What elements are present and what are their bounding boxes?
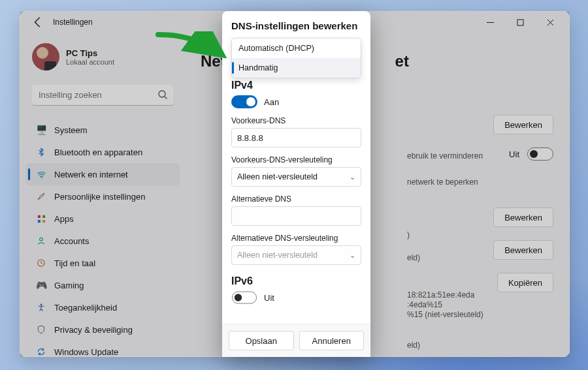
save-button[interactable]: Opslaan: [229, 331, 294, 350]
cancel-button[interactable]: Annuleren: [299, 331, 365, 350]
ipv4-heading: IPv4: [231, 80, 361, 91]
chevron-down-icon: ⌄: [350, 173, 355, 181]
alt-enc-value: Alleen niet-versleuteld: [237, 251, 318, 260]
chevron-down-icon: ⌄: [350, 251, 355, 260]
pref-enc-value: Alleen niet-versleuteld: [237, 172, 318, 181]
pref-enc-label: Voorkeurs-DNS-versleuteling: [231, 155, 361, 164]
dns-mode-dropdown[interactable]: Automatisch (DHCP) Handmatig: [231, 38, 361, 78]
ipv6-toggle[interactable]: [232, 292, 257, 304]
pref-dns-input[interactable]: [231, 128, 361, 147]
dns-edit-dialog: DNS-instellingen bewerken Automatisch (D…: [222, 11, 370, 357]
ipv4-toggle[interactable]: [231, 95, 257, 108]
ipv6-heading: IPv6: [231, 275, 361, 287]
dialog-footer: Opslaan Annuleren: [222, 324, 370, 357]
dropdown-item-auto[interactable]: Automatisch (DHCP): [232, 39, 361, 58]
ipv4-toggle-label: Aan: [264, 97, 279, 107]
alt-enc-label: Alternatieve DNS-versleuteling: [231, 234, 361, 243]
alt-dns-label: Alternatieve DNS: [231, 194, 361, 204]
alt-enc-select[interactable]: Alleen niet-versleuteld ⌄: [231, 245, 361, 265]
alt-dns-input[interactable]: [231, 206, 361, 226]
dropdown-item-manual[interactable]: Handmatig: [232, 58, 361, 78]
ipv6-toggle-label: Uit: [264, 293, 274, 303]
dialog-title: DNS-instellingen bewerken: [231, 20, 361, 31]
pref-dns-label: Voorkeurs-DNS: [231, 116, 361, 125]
pref-enc-select[interactable]: Alleen niet-versleuteld ⌄: [231, 167, 361, 187]
